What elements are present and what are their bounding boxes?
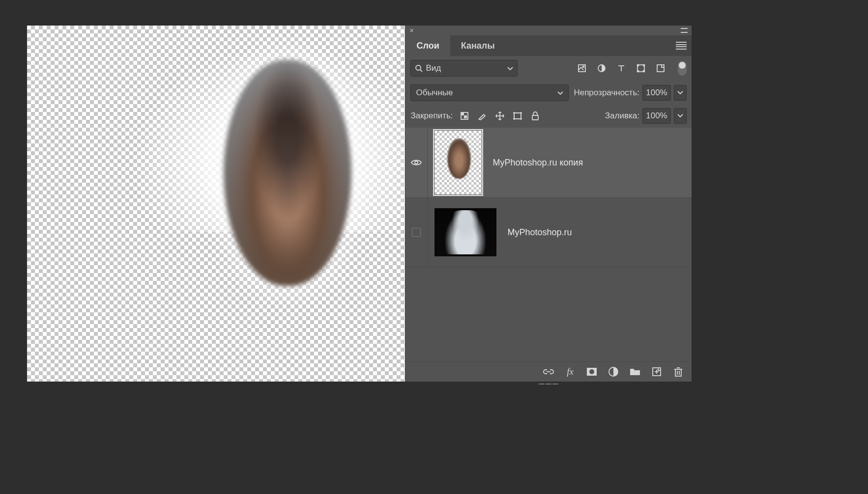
layer-row[interactable]: MyPhotoshop.ru копия xyxy=(405,128,692,198)
layer-name[interactable]: MyPhotoshop.ru xyxy=(507,227,572,238)
adjustment-layer-icon[interactable] xyxy=(608,366,619,377)
layers-list: MyPhotoshop.ru копия MyPhotoshop.ru xyxy=(405,128,692,361)
photoshop-window: × Слои Каналы Вид xyxy=(27,26,692,382)
lock-all-icon[interactable] xyxy=(530,111,541,120)
fill-value[interactable]: 100% xyxy=(642,108,671,124)
search-icon xyxy=(415,64,423,72)
chevron-down-icon xyxy=(557,88,563,98)
panel-titlebar: × xyxy=(405,26,692,35)
filter-text-icon[interactable] xyxy=(616,64,627,73)
filter-adjustment-icon[interactable] xyxy=(596,64,607,73)
layer-mask-icon[interactable] xyxy=(586,366,597,377)
svg-point-11 xyxy=(643,71,645,72)
svg-point-10 xyxy=(637,71,639,72)
svg-point-25 xyxy=(415,161,418,164)
filter-row: Вид xyxy=(405,56,692,81)
filter-shape-icon[interactable] xyxy=(636,64,646,73)
collapse-icon[interactable] xyxy=(681,28,688,33)
svg-rect-12 xyxy=(657,65,664,72)
filter-type-icons xyxy=(577,64,666,73)
close-icon[interactable]: × xyxy=(409,27,413,34)
svg-point-3 xyxy=(583,66,584,68)
fill-label: Заливка: xyxy=(605,111,639,121)
svg-line-1 xyxy=(420,70,422,72)
svg-rect-14 xyxy=(464,115,467,118)
layer-name[interactable]: MyPhotoshop.ru копия xyxy=(492,158,583,168)
lock-pixels-icon[interactable] xyxy=(477,111,488,120)
opacity-group: Непрозрачность: 100% xyxy=(574,85,687,101)
panel-tabs: Слои Каналы xyxy=(405,35,692,56)
link-layers-icon[interactable] xyxy=(543,366,554,377)
panel-menu-icon[interactable] xyxy=(676,42,687,50)
fill-group: Заливка: 100% xyxy=(605,108,687,124)
svg-point-9 xyxy=(643,65,645,66)
filter-smartobject-icon[interactable] xyxy=(655,64,666,73)
opacity-chevron[interactable] xyxy=(674,85,687,101)
lock-transparency-icon[interactable] xyxy=(459,111,470,120)
layer-thumbnail[interactable] xyxy=(434,131,482,194)
svg-point-28 xyxy=(589,369,594,374)
eye-icon xyxy=(411,159,422,166)
layer-row[interactable]: MyPhotoshop.ru xyxy=(405,198,692,267)
delete-layer-icon[interactable] xyxy=(673,366,684,377)
svg-line-16 xyxy=(479,119,479,120)
layers-panel: × Слои Каналы Вид xyxy=(405,26,692,382)
new-layer-icon[interactable] xyxy=(651,366,662,377)
svg-rect-33 xyxy=(675,369,681,376)
blend-mode-dropdown[interactable]: Обычные xyxy=(410,84,569,101)
lock-position-icon[interactable] xyxy=(494,111,505,120)
filter-pixel-icon[interactable] xyxy=(577,64,587,73)
layer-effects-icon[interactable]: fx xyxy=(565,366,576,377)
panel-grip[interactable] xyxy=(539,383,558,385)
opacity-label: Непрозрачность: xyxy=(574,88,639,98)
opacity-value[interactable]: 100% xyxy=(642,85,671,101)
layer-panel-footer: fx xyxy=(405,361,692,382)
canvas-layer-image xyxy=(224,60,351,286)
visibility-toggle[interactable] xyxy=(405,198,428,267)
tab-channels[interactable]: Каналы xyxy=(450,35,506,56)
chevron-down-icon xyxy=(507,63,513,73)
blend-row: Обычные Непрозрачность: 100% xyxy=(405,81,692,105)
fill-chevron[interactable] xyxy=(674,108,687,124)
lock-row: Закрепить: Заливка: 100% xyxy=(405,105,692,128)
blend-mode-value: Обычные xyxy=(416,88,453,98)
lock-label: Закрепить: xyxy=(410,111,453,121)
tab-layers[interactable]: Слои xyxy=(405,35,450,56)
visibility-toggle[interactable] xyxy=(405,128,428,197)
filter-label: Вид xyxy=(426,63,441,73)
layer-thumbnail[interactable] xyxy=(434,208,496,256)
svg-point-0 xyxy=(416,65,421,70)
lock-icons xyxy=(459,111,541,120)
canvas-area[interactable] xyxy=(27,26,405,382)
svg-rect-19 xyxy=(514,113,521,119)
svg-point-8 xyxy=(637,65,639,66)
svg-rect-24 xyxy=(532,115,538,120)
group-layers-icon[interactable] xyxy=(630,366,640,377)
layer-filter-dropdown[interactable]: Вид xyxy=(410,60,518,77)
lock-artboard-icon[interactable] xyxy=(512,111,523,120)
filter-toggle[interactable] xyxy=(678,61,687,76)
visibility-off-icon xyxy=(412,228,421,237)
